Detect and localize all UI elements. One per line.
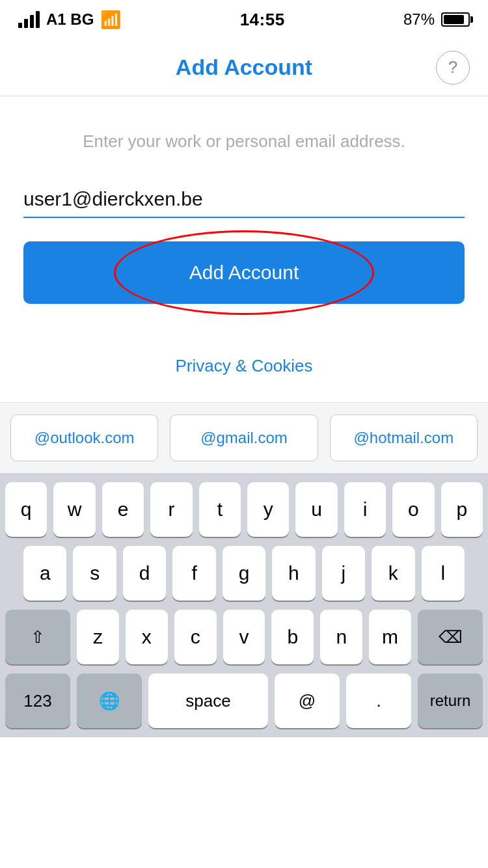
key-y[interactable]: y [247,482,289,537]
keyboard-row-bottom: 123 🌐 space @ . return [5,673,483,737]
key-h[interactable]: h [272,546,315,601]
privacy-cookies-link[interactable]: Privacy & Cookies [176,356,313,375]
signal-icon [18,11,40,28]
status-time: 14:55 [240,10,285,30]
globe-key[interactable]: 🌐 [77,673,142,728]
key-v[interactable]: v [223,610,265,664]
battery-icon [441,12,470,27]
key-q[interactable]: q [5,482,47,537]
key-d[interactable]: d [123,546,166,601]
nav-bar: Add Account ? [0,39,488,96]
add-account-button[interactable]: Add Account [23,241,465,304]
email-suggestions: @outlook.com @gmail.com @hotmail.com [0,402,488,473]
dot-key[interactable]: . [346,673,411,728]
key-c[interactable]: c [174,610,217,664]
keyboard-row-3: ⇧ z x c v b n m ⌫ [5,610,483,664]
key-a[interactable]: a [23,546,66,601]
key-u[interactable]: u [295,482,337,537]
numbers-key[interactable]: 123 [5,673,70,728]
key-b[interactable]: b [271,610,314,664]
keyboard: q w e r t y u i o p a s d f g h j k l ⇧ … [0,473,488,737]
privacy-link[interactable]: Privacy & Cookies [23,356,465,376]
backspace-key[interactable]: ⌫ [418,610,483,664]
key-t[interactable]: t [199,482,241,537]
keyboard-row-2: a s d f g h j k l [5,546,483,601]
key-s[interactable]: s [73,546,116,601]
return-key[interactable]: return [418,673,483,728]
key-l[interactable]: l [422,546,465,601]
key-i[interactable]: i [344,482,386,537]
key-g[interactable]: g [223,546,265,601]
key-z[interactable]: z [77,610,119,664]
key-j[interactable]: j [322,546,365,601]
suggestion-hotmail[interactable]: @hotmail.com [330,414,478,461]
key-r[interactable]: r [150,482,192,537]
key-f[interactable]: f [172,546,215,601]
status-right: 87% [403,10,470,29]
at-key[interactable]: @ [275,673,340,728]
suggestion-gmail[interactable]: @gmail.com [170,414,318,461]
page-title: Add Account [176,55,312,80]
shift-key[interactable]: ⇧ [5,610,70,664]
main-content: Enter your work or personal email addres… [0,96,488,376]
email-input-container [23,183,465,218]
suggestion-outlook[interactable]: @outlook.com [10,414,158,461]
question-mark-icon: ? [448,57,457,77]
key-n[interactable]: n [320,610,362,664]
key-k[interactable]: k [372,546,414,601]
key-o[interactable]: o [392,482,434,537]
carrier-label: A1 BG [46,10,94,29]
status-left: A1 BG 📶 [18,10,121,30]
key-e[interactable]: e [102,482,144,537]
battery-pct-label: 87% [403,10,435,29]
subtitle-text: Enter your work or personal email addres… [23,129,465,154]
key-p[interactable]: p [441,482,483,537]
key-x[interactable]: x [126,610,168,664]
status-bar: A1 BG 📶 14:55 87% [0,0,488,39]
add-account-button-label: Add Account [189,262,299,283]
key-w[interactable]: w [53,482,95,537]
help-button[interactable]: ? [436,51,470,85]
keyboard-row-1: q w e r t y u i o p [5,482,483,537]
wifi-icon: 📶 [100,10,121,30]
space-key[interactable]: space [148,673,268,728]
key-m[interactable]: m [369,610,411,664]
add-account-button-wrapper: Add Account [23,241,465,304]
email-input[interactable] [23,183,465,218]
